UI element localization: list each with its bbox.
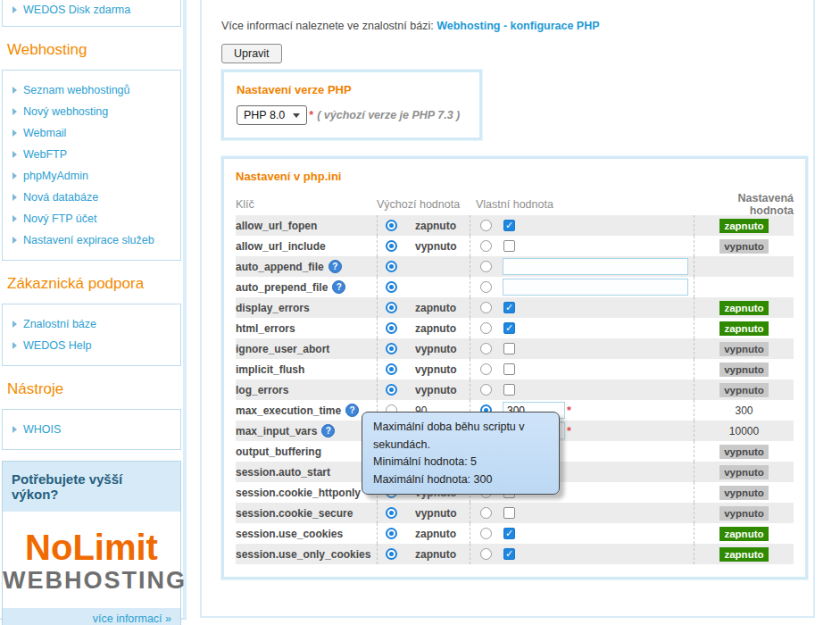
custom-value-radio[interactable] [480, 528, 492, 539]
kb-article-link[interactable]: Webhosting - konfigurace PHP [437, 20, 599, 32]
default-value-radio[interactable] [386, 281, 397, 293]
phpini-title: Nastavení v php.ini [236, 170, 794, 183]
phpini-row-auto_prepend_file: auto_prepend_file? [236, 277, 794, 297]
custom-value-radio[interactable] [480, 322, 492, 334]
sidebar-link[interactable]: WEDOS Disk zdarma [10, 0, 173, 21]
set-value-badge: vypnuto [719, 383, 769, 397]
help-icon[interactable]: ? [321, 424, 335, 438]
set-value-badge: vypnuto [719, 506, 769, 521]
custom-value-radio[interactable] [480, 261, 492, 272]
sidebar-link[interactable]: WHOIS [10, 419, 173, 440]
custom-value-radio[interactable] [480, 343, 492, 354]
column-header-custom-value: Vlastní hodnota [470, 198, 694, 211]
custom-value-checkbox[interactable] [503, 302, 515, 313]
custom-value-radio[interactable] [480, 507, 492, 519]
kb-prefix-text: Více informací naleznete ve znalostní bá… [221, 20, 434, 32]
default-value-radio[interactable] [386, 548, 397, 560]
help-icon[interactable]: ? [329, 260, 342, 273]
custom-value-checkbox[interactable] [503, 363, 515, 375]
default-value-radio[interactable] [386, 302, 397, 313]
sidebar-link-label: Seznam webhostingů [23, 84, 130, 96]
phpini-table-header: Klíč Výchozí hodnota Vlastní hodnota Nas… [236, 192, 794, 215]
custom-value-checkbox[interactable] [503, 220, 515, 231]
custom-value-checkbox[interactable] [503, 343, 515, 354]
php-version-select[interactable]: PHP 8.0 [237, 105, 307, 125]
default-value-label: zapnuto [415, 322, 456, 335]
edit-button[interactable]: Upravit [221, 44, 282, 63]
set-value-badge: vypnuto [719, 486, 769, 500]
default-value-radio[interactable] [386, 261, 397, 272]
sidebar-box: WEDOS Disk zdarma [2, 0, 181, 27]
custom-value-checkbox[interactable] [503, 322, 515, 334]
custom-value-checkbox[interactable] [503, 507, 515, 519]
custom-value-radio[interactable] [480, 363, 492, 375]
custom-value-radio[interactable] [480, 240, 492, 252]
default-value-radio[interactable] [386, 363, 397, 375]
default-value-radio[interactable] [386, 343, 397, 354]
phpini-row-log_errors: log_errorsvypnutovypnuto [236, 379, 794, 400]
custom-value-checkbox[interactable] [503, 548, 515, 560]
sidebar-link[interactable]: Seznam webhostingů [10, 79, 173, 101]
custom-value-radio[interactable] [480, 220, 492, 231]
sidebar-link[interactable]: Webmail [10, 122, 173, 144]
php-version-selected-value: PHP 8.0 [244, 109, 285, 121]
custom-value-input[interactable] [503, 258, 688, 275]
sidebar-link[interactable]: phpMyAdmin [10, 165, 173, 187]
setting-key-label: log_errors [236, 384, 288, 396]
php-version-title: Nastavení verze PHP [237, 83, 467, 96]
setting-key-label: session.use_cookies [236, 528, 343, 540]
setting-key-label: session.use_only_cookies [236, 548, 370, 561]
sidebar-link-label: Nový FTP účet [23, 212, 96, 225]
custom-value-radio[interactable] [480, 302, 492, 313]
default-value-radio[interactable] [386, 384, 397, 396]
sidebar-link[interactable]: Nový webhosting [10, 101, 173, 122]
custom-value-radio[interactable] [480, 281, 492, 293]
setting-key-label: allow_url_fopen [236, 220, 317, 232]
setting-key-label: allow_url_include [236, 240, 326, 253]
sidebar-link[interactable]: Znalostní báze [10, 313, 173, 335]
set-value-badge: vypnuto [719, 239, 769, 254]
page: WEDOS Disk zdarmaWebhostingSeznam webhos… [0, 0, 840, 625]
custom-value-checkbox[interactable] [503, 240, 515, 252]
set-value-text: 300 [735, 404, 753, 417]
sidebar-link[interactable]: Nová databáze [10, 187, 173, 208]
default-value-radio[interactable] [386, 528, 397, 539]
default-value-radio[interactable] [386, 220, 397, 231]
setting-key-label: implicit_flush [236, 363, 304, 376]
more-info-link[interactable]: více informací » [93, 612, 171, 625]
default-version-note: ( výchozí verze je PHP 7.3 ) [317, 109, 460, 121]
sidebar-link-label: phpMyAdmin [23, 170, 88, 182]
custom-value-input[interactable] [503, 279, 688, 296]
default-value-label: zapnuto [415, 220, 456, 232]
set-value-badge: zapnuto [719, 527, 768, 541]
default-value-radio[interactable] [386, 240, 397, 252]
custom-value-radio[interactable] [480, 548, 492, 560]
sidebar-link-label: WEDOS Disk zdarma [23, 4, 130, 16]
tooltip-line: Maximální hodnota: 300 [373, 471, 548, 489]
phpini-row-allow_url_include: allow_url_includevypnutovypnuto [236, 236, 794, 256]
sidebar-link[interactable]: WEDOS Help [10, 335, 173, 356]
sidebar-link[interactable]: Nastavení expirace služeb [10, 229, 173, 251]
default-value-label: vypnuto [415, 384, 457, 396]
default-value-radio[interactable] [386, 507, 397, 519]
custom-value-radio[interactable] [480, 384, 492, 396]
sidebar-box: WHOIS [2, 409, 181, 450]
default-value-radio[interactable] [386, 322, 397, 334]
custom-value-checkbox[interactable] [503, 528, 515, 539]
arrow-right-icon [12, 151, 17, 158]
setting-key-label: session.auto_start [236, 466, 330, 479]
set-value-badge: vypnuto [719, 465, 769, 479]
default-value-label: vypnuto [415, 363, 457, 376]
set-value-badge: zapnuto [719, 301, 768, 315]
sidebar-link[interactable]: WebFTP [10, 144, 173, 165]
help-icon[interactable]: ? [332, 280, 345, 294]
sidebar-link[interactable]: Nový FTP účet [10, 208, 173, 229]
custom-value-checkbox[interactable] [503, 384, 515, 396]
php-version-box: Nastavení verze PHP PHP 8.0 * ( výchozí … [221, 70, 482, 140]
sidebar-link-label: Webmail [23, 127, 66, 139]
sidebar-link-label: Nový webhosting [23, 105, 108, 118]
help-icon[interactable]: ? [345, 404, 359, 417]
phpini-row-session.use_cookies: session.use_cookieszapnutozapnuto [236, 523, 794, 544]
phpini-row-session.cookie_secure: session.cookie_securevypnutovypnuto [236, 503, 794, 523]
knowledge-base-line: Více informací naleznete ve znalostní bá… [221, 20, 808, 32]
